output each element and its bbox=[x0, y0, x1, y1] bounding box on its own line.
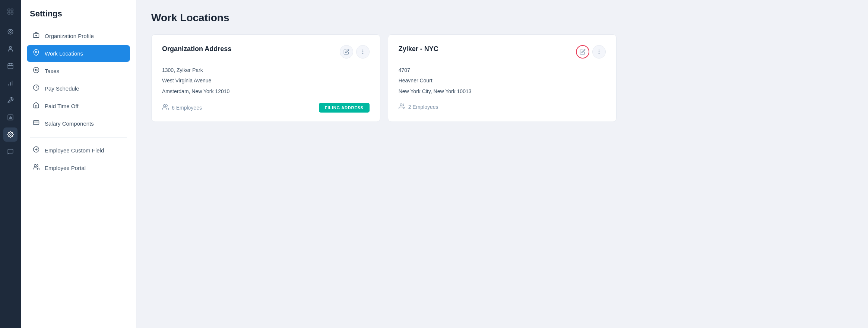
dashboard-icon[interactable] bbox=[3, 25, 18, 39]
svg-rect-8 bbox=[8, 64, 13, 69]
salary-components-icon bbox=[32, 119, 40, 128]
svg-rect-3 bbox=[11, 12, 13, 14]
logo-icon[interactable] bbox=[3, 4, 18, 19]
edit-button-org[interactable] bbox=[340, 45, 353, 59]
settings-gear-icon[interactable] bbox=[3, 127, 18, 142]
sidebar-item-label-salary-components: Salary Components bbox=[45, 120, 94, 127]
svg-rect-0 bbox=[8, 9, 10, 11]
sidebar-item-label-employee-custom-field: Employee Custom Field bbox=[45, 147, 104, 154]
edit-button-nyc[interactable] bbox=[576, 45, 589, 59]
svg-rect-1 bbox=[11, 9, 13, 11]
reports-icon[interactable] bbox=[3, 76, 18, 90]
sidebar-item-label-taxes: Taxes bbox=[45, 68, 59, 74]
address-line-1-nyc: 4707 bbox=[399, 66, 606, 74]
svg-point-31 bbox=[599, 51, 599, 52]
employees-count-label-org: 6 Employees bbox=[172, 105, 202, 111]
svg-point-13 bbox=[10, 134, 12, 136]
sidebar-title: Settings bbox=[27, 9, 130, 19]
sidebar: Settings Organization Profile Work Locat… bbox=[21, 0, 136, 328]
employees-count-org: 6 Employees bbox=[162, 104, 202, 112]
sidebar-item-label-pay-schedule: Pay Schedule bbox=[45, 85, 79, 92]
address-line-3-org: Amsterdam, New York 12010 bbox=[162, 87, 370, 95]
filing-address-badge: FILING ADDRESS bbox=[319, 103, 370, 113]
employee-custom-field-icon bbox=[32, 146, 40, 155]
svg-point-25 bbox=[34, 164, 37, 167]
card-actions-nyc bbox=[576, 45, 606, 59]
chart-bar-icon[interactable] bbox=[3, 110, 18, 124]
card-address-org: 1300, Zylker Park West Virginia Avenue A… bbox=[162, 66, 370, 95]
chat-icon[interactable] bbox=[3, 145, 18, 159]
svg-point-29 bbox=[164, 104, 166, 107]
svg-rect-23 bbox=[34, 121, 39, 125]
svg-rect-2 bbox=[8, 12, 10, 14]
cards-grid: Organization Address bbox=[151, 34, 853, 122]
main-content: Work Locations Organization Address bbox=[136, 0, 868, 328]
card-header-nyc: Zylker - NYC bbox=[399, 45, 606, 59]
people-icon[interactable] bbox=[3, 42, 18, 56]
employees-count-nyc: 2 Employees bbox=[399, 103, 438, 111]
employees-count-label-nyc: 2 Employees bbox=[408, 104, 438, 110]
sidebar-item-salary-components[interactable]: Salary Components bbox=[27, 115, 130, 132]
icon-rail bbox=[0, 0, 21, 328]
work-locations-icon bbox=[32, 49, 40, 58]
svg-point-26 bbox=[362, 50, 363, 50]
tools-icon[interactable] bbox=[3, 93, 18, 107]
sidebar-item-label-paid-time-off: Paid Time Off bbox=[45, 103, 79, 109]
address-line-3-nyc: New York City, New York 10013 bbox=[399, 87, 606, 95]
sidebar-item-paid-time-off[interactable]: Paid Time Off bbox=[27, 98, 130, 114]
page-title: Work Locations bbox=[151, 12, 853, 24]
employees-icon-nyc bbox=[399, 103, 405, 111]
svg-point-20 bbox=[35, 69, 36, 70]
card-footer-nyc: 2 Employees bbox=[399, 103, 606, 111]
sidebar-item-organization-profile[interactable]: Organization Profile bbox=[27, 28, 130, 44]
card-title-nyc: Zylker - NYC bbox=[399, 45, 438, 53]
svg-point-5 bbox=[10, 31, 12, 33]
card-footer-org: 6 Employees FILING ADDRESS bbox=[162, 103, 370, 113]
svg-point-21 bbox=[37, 70, 38, 71]
sidebar-item-employee-custom-field[interactable]: Employee Custom Field bbox=[27, 142, 130, 159]
employee-portal-icon bbox=[32, 164, 40, 172]
svg-point-30 bbox=[599, 50, 599, 50]
sidebar-item-pay-schedule[interactable]: Pay Schedule bbox=[27, 80, 130, 97]
sidebar-item-label-work-locations: Work Locations bbox=[45, 50, 83, 57]
calendar-icon[interactable] bbox=[3, 59, 18, 73]
svg-point-33 bbox=[400, 104, 402, 106]
sidebar-item-label-employee-portal: Employee Portal bbox=[45, 165, 86, 171]
card-header-org: Organization Address bbox=[162, 45, 370, 59]
sidebar-item-employee-portal[interactable]: Employee Portal bbox=[27, 160, 130, 176]
paid-time-off-icon bbox=[32, 102, 40, 110]
more-options-button-nyc[interactable] bbox=[592, 45, 606, 59]
svg-point-7 bbox=[9, 46, 12, 48]
employees-icon-org bbox=[162, 104, 169, 112]
svg-point-27 bbox=[362, 51, 363, 52]
svg-point-32 bbox=[599, 53, 599, 54]
more-options-button-org[interactable] bbox=[356, 45, 370, 59]
sidebar-item-work-locations[interactable]: Work Locations bbox=[27, 45, 130, 62]
sidebar-divider bbox=[30, 137, 127, 138]
sidebar-item-label-organization-profile: Organization Profile bbox=[45, 33, 94, 39]
address-line-2-org: West Virginia Avenue bbox=[162, 76, 370, 85]
address-line-1-org: 1300, Zylker Park bbox=[162, 66, 370, 74]
card-address-nyc: 4707 Heavner Court New York City, New Yo… bbox=[399, 66, 606, 95]
location-card-zylker-nyc: Zylker - NYC bbox=[388, 34, 617, 122]
sidebar-item-taxes[interactable]: Taxes bbox=[27, 63, 130, 79]
address-line-2-nyc: Heavner Court bbox=[399, 76, 606, 85]
location-card-org-address: Organization Address bbox=[151, 34, 380, 122]
svg-point-17 bbox=[35, 51, 37, 53]
svg-point-28 bbox=[362, 53, 363, 54]
organization-profile-icon bbox=[32, 32, 40, 40]
pay-schedule-icon bbox=[32, 84, 40, 93]
taxes-icon bbox=[32, 67, 40, 75]
card-title-org: Organization Address bbox=[162, 45, 231, 53]
card-actions-org bbox=[340, 45, 370, 59]
